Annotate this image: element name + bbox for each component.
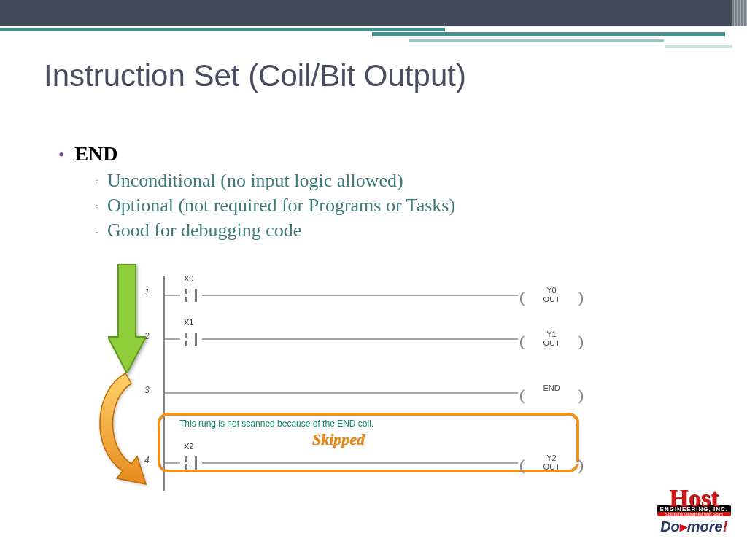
- square-bullet-icon: ▫: [95, 225, 98, 237]
- contact-symbol: [181, 330, 201, 347]
- contact-symbol: [181, 286, 201, 303]
- square-bullet-icon: ▫: [95, 176, 98, 187]
- skipped-message: This rung is not scanned because of the …: [179, 419, 374, 429]
- rung-wire: [165, 338, 572, 340]
- sub-bullet: ▫ Optional (not required for Programs or…: [95, 195, 703, 217]
- coil-symbol-end: () END: [530, 384, 573, 392]
- logo-excl: !: [723, 518, 728, 534]
- logo-tagline: Solutions Designed with Spirit: [657, 512, 731, 516]
- bullet-end-label: END: [74, 142, 117, 166]
- bullet-end: • END: [58, 142, 703, 166]
- rung-wire: [165, 462, 572, 464]
- coil-symbol: () Y2 OUT: [530, 454, 573, 471]
- contact-label: X0: [184, 274, 193, 283]
- scan-direction-arrow-icon: [108, 264, 146, 373]
- sub-bullet: ▫ Good for debugging code: [95, 219, 703, 241]
- rung: 3 () END: [93, 370, 587, 410]
- sub-bullet-text: Unconditional (no input logic allowed): [107, 170, 403, 192]
- rung-wire: [165, 392, 572, 394]
- rung: 4 X2 () Y2 OUT: [93, 440, 587, 480]
- skip-arrow-icon: [89, 369, 162, 493]
- content-body: • END ▫ Unconditional (no input logic al…: [58, 142, 703, 244]
- logo-product-b: more: [687, 518, 723, 534]
- coil-symbol: () Y0 OUT: [530, 286, 573, 303]
- rung: 1 X0 () Y0 OUT: [93, 273, 587, 312]
- logo-product: Do▸more!: [657, 518, 731, 535]
- contact-label: X1: [184, 318, 193, 327]
- logo-brand: Host: [657, 489, 731, 507]
- sub-bullet: ▫ Unconditional (no input logic allowed): [95, 170, 703, 192]
- header-bar-accent: [0, 26, 747, 45]
- rung: 2 X1 () Y1 OUT: [93, 316, 587, 356]
- ladder-diagram: 1 X0 () Y0 OUT 2 X1 () Y1 OUT 3 () END: [93, 268, 587, 494]
- bullet-icon: •: [58, 146, 64, 163]
- sub-bullet-list: ▫ Unconditional (no input logic allowed)…: [95, 170, 703, 241]
- play-icon: ▸: [680, 518, 687, 534]
- contact-symbol: [181, 454, 201, 471]
- rung-wire: [165, 295, 572, 296]
- slide-title: Instruction Set (Coil/Bit Output): [44, 58, 466, 93]
- logo-product-a: Do: [660, 518, 680, 534]
- square-bullet-icon: ▫: [95, 201, 98, 212]
- sub-bullet-text: Good for debugging code: [107, 219, 301, 241]
- header-bar-dark: [0, 0, 747, 26]
- svg-marker-0: [108, 264, 146, 373]
- contact-label: X2: [184, 442, 193, 451]
- vendor-logo: Host ENGINEERING, INC. Solutions Designe…: [657, 489, 731, 535]
- sub-bullet-text: Optional (not required for Programs or T…: [107, 195, 455, 217]
- coil-symbol: () Y1 OUT: [530, 330, 573, 347]
